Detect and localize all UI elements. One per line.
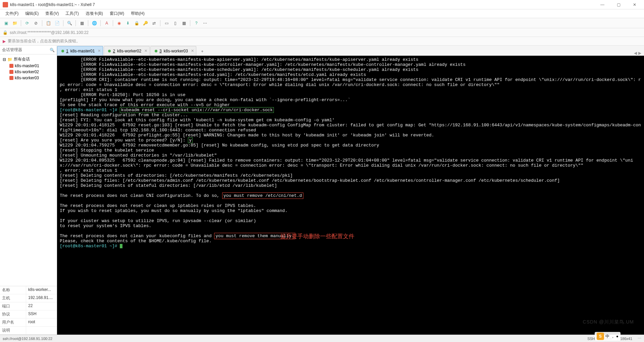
search-icon[interactable]: 🔍 [66, 20, 73, 27]
ime-lang[interactable]: 中 [605, 334, 609, 339]
tree-item-worker02[interactable]: k8s-worker02 [1, 69, 55, 75]
menu-tools[interactable]: 工具(T) [63, 10, 81, 17]
add-tab-button[interactable]: + [198, 47, 206, 55]
minimize-button[interactable]: — [596, 1, 609, 8]
address-text[interactable]: ssh://root:***************@192.168.91.10… [10, 30, 89, 35]
window-controls: — ▢ ✕ [596, 1, 641, 8]
ime-overlay: S 中 ， ● [595, 332, 621, 341]
status-dot-icon [108, 50, 111, 52]
tab-close-icon[interactable]: ✕ [98, 49, 101, 53]
prop-label: 说明 [0, 327, 26, 334]
tab-close-icon[interactable]: ✕ [191, 49, 194, 53]
tile-v-icon[interactable]: ▯ [172, 20, 179, 27]
tab-num: 1 [66, 49, 68, 53]
cursor [120, 244, 122, 248]
close-button[interactable]: ✕ [628, 1, 641, 8]
prop-value: 192.168.91.... [26, 294, 57, 302]
copy-icon[interactable]: 📋 [45, 20, 52, 27]
open-icon[interactable]: 📁 [11, 20, 18, 27]
lock-icon[interactable]: 🔒 [133, 20, 140, 27]
tab-worker02[interactable]: 2 k8s-worker02 ✕ [104, 46, 150, 55]
properties-icon[interactable]: ▦ [79, 20, 85, 27]
tab-next-icon[interactable]: ▶ [638, 51, 641, 55]
key-icon[interactable]: 🔑 [142, 20, 149, 27]
sidebar: 会话管理器 🔍 ⊟ 📁 所有会话 k8s-master01 k8s-worker… [0, 46, 57, 335]
annotation-text: 提升要手动删除一些配置文件 [280, 234, 354, 239]
tab-bar: 1 k8s-master01 ✕ 2 k8s-worker02 ✕ 3 k8s-… [57, 46, 644, 56]
session-tree: ⊟ 📁 所有会话 k8s-master01 k8s-worker02 k8s-w… [0, 54, 57, 286]
watermark: CSDN @川川菜鸟.UM [583, 319, 634, 325]
command-highlight: kubeadm reset --cri-socket unix:///var/r… [120, 107, 274, 113]
collapse-icon: ⊟ [3, 57, 6, 62]
prop-row: 说明 [0, 327, 57, 335]
status-extra: ⋯ [638, 336, 641, 341]
disconnect-icon[interactable]: ⊘ [33, 20, 39, 27]
prop-value: root [26, 318, 57, 326]
prop-label: 端口 [0, 302, 26, 310]
tab-nav: ◀ ▶ [631, 51, 644, 55]
maximize-button[interactable]: ▢ [612, 1, 625, 8]
tab-prev-icon[interactable]: ◀ [634, 51, 637, 55]
terminal-output: [reset] Reading configuration from the c… [60, 113, 641, 143]
tab-worker03[interactable]: 3 k8s-worker03 ✕ [150, 46, 196, 55]
transfer-icon[interactable]: ⇄ [151, 20, 157, 27]
item-label: k8s-master01 [15, 63, 39, 68]
menu-edit[interactable]: 编辑(E) [22, 10, 41, 17]
root-label: 所有会话 [14, 56, 30, 62]
folder-icon: 📁 [7, 57, 12, 62]
status-connection: ssh://root@192.168.91.100:22 [3, 337, 587, 341]
status-dot-icon [155, 50, 157, 52]
lock-icon: 🔒 [3, 30, 8, 35]
reconnect-icon[interactable]: ⟳ [24, 20, 31, 27]
sidebar-search-icon[interactable]: 🔍 [50, 48, 55, 52]
properties-table: 名称k8s-worker... 主机192.168.91.... 端口22 协议… [0, 286, 57, 335]
menu-help[interactable]: 帮助(H) [128, 10, 147, 17]
globe-icon[interactable]: 🌐 [91, 20, 98, 27]
new-session-icon[interactable]: ▣ [3, 20, 9, 27]
content-area: 1 k8s-master01 ✕ 2 k8s-worker02 ✕ 3 k8s-… [57, 46, 644, 335]
menu-tabs[interactable]: 选项卡(B) [83, 10, 106, 17]
prompt: [root@k8s-master01 ~]# [60, 108, 120, 113]
item-label: k8s-worker03 [15, 76, 39, 80]
menu-file[interactable]: 文件(F) [3, 10, 21, 17]
prop-label: 主机 [0, 294, 26, 302]
terminal[interactable]: [ERROR FileAvailable--etc-kubernetes-man… [57, 56, 644, 335]
xagent-icon[interactable]: ◉ [116, 20, 122, 27]
cascade-icon[interactable]: ▦ [181, 20, 187, 27]
ime-icon[interactable]: S [597, 333, 604, 340]
menu-view[interactable]: 查看(V) [43, 10, 61, 17]
about-icon[interactable]: ⋯ [202, 20, 208, 27]
tab-close-icon[interactable]: ✕ [144, 49, 147, 53]
tree-root[interactable]: ⊟ 📁 所有会话 [1, 56, 55, 63]
sidebar-header: 会话管理器 🔍 [0, 46, 57, 54]
tab-num: 2 [113, 49, 115, 53]
tab-label: k8s-worker03 [164, 49, 188, 53]
ime-full[interactable]: ● [616, 334, 618, 339]
xftp-icon[interactable]: ⬇ [125, 20, 131, 27]
ime-punct[interactable]: ， [611, 334, 615, 339]
terminal-output: [ERROR FileAvailable--etc-kubernetes-man… [60, 57, 641, 108]
main-area: 会话管理器 🔍 ⊟ 📁 所有会话 k8s-master01 k8s-worker… [0, 46, 644, 335]
answer-highlight: y [188, 137, 193, 143]
app-icon [3, 2, 8, 7]
tab-label: k8s-master01 [70, 49, 95, 53]
prop-label: 协议 [0, 310, 26, 318]
font-icon[interactable]: A [103, 20, 110, 27]
prop-label: 名称 [0, 286, 26, 294]
prop-value: k8s-worker... [26, 286, 57, 294]
tree-item-worker03[interactable]: k8s-worker03 [1, 75, 55, 81]
window-title: k8s-master01 - root@k8s-master01:~ - Xsh… [10, 2, 596, 7]
paste-icon[interactable]: 📄 [54, 20, 60, 27]
prop-row: 端口22 [0, 302, 57, 310]
item-label: k8s-worker02 [15, 70, 39, 74]
tile-h-icon[interactable]: ▭ [163, 20, 170, 27]
prop-row: 协议SSH [0, 310, 57, 318]
tree-item-master01[interactable]: k8s-master01 [1, 63, 55, 69]
menu-window[interactable]: 窗口(W) [107, 10, 127, 17]
sidebar-title: 会话管理器 [2, 47, 22, 53]
prop-label: 用户名 [0, 318, 26, 326]
help-icon[interactable]: ? [193, 20, 200, 27]
tab-master01[interactable]: 1 k8s-master01 ✕ [57, 46, 103, 55]
flag-icon: ▶ [3, 39, 6, 44]
tab-num: 3 [159, 49, 162, 53]
